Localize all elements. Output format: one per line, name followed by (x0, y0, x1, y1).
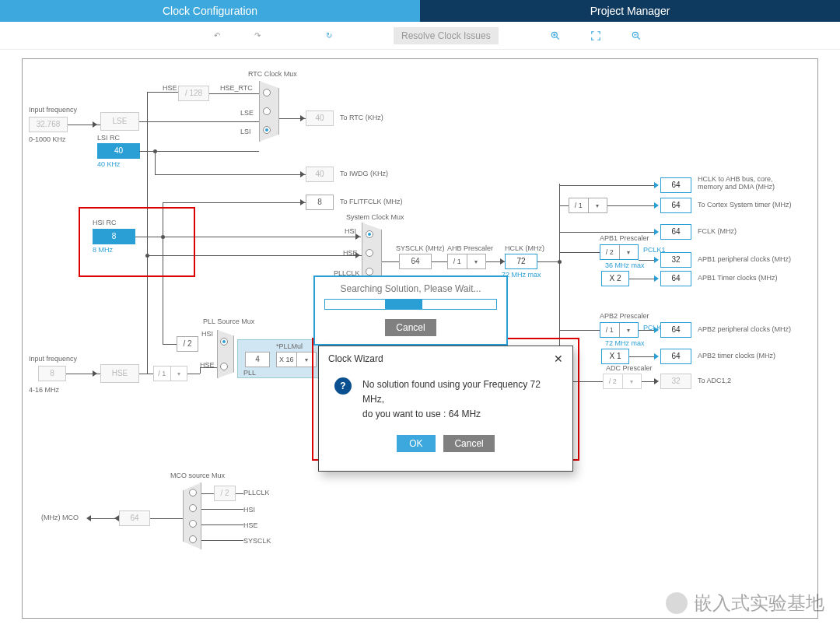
searching-dialog: Searching Solution, Please Wait... Cance… (313, 275, 508, 346)
mco-radio-sysclk[interactable] (189, 535, 197, 543)
rtc-radio-lsi[interactable] (263, 126, 271, 134)
mco-radio-hse[interactable] (189, 520, 197, 528)
mco-sysclk-sig: SYSCLK (243, 537, 271, 545)
svg-line-5 (637, 37, 639, 39)
apb1-prescaler-label: APB1 Prescaler (600, 234, 649, 242)
to-iwdg-label: To IWDG (KHz) (340, 170, 388, 177)
adc-div-select[interactable]: / 2▾ (603, 374, 642, 389)
rtc-radio-lse[interactable] (263, 107, 271, 115)
cortex-div-select[interactable]: / 1▾ (569, 198, 607, 213)
lsi-sig: LSI (240, 128, 251, 135)
wizard-cancel-button[interactable]: Cancel (443, 435, 494, 452)
searching-message: Searching Solution, Please Wait... (315, 283, 506, 294)
chevron-down-icon: ▾ (296, 353, 317, 367)
sys-mux-label: System Clock Mux (346, 213, 404, 221)
apb2-x1-box: X 1 (601, 349, 629, 364)
input-freq-bot-value[interactable]: 8 (38, 366, 66, 381)
redo-icon[interactable]: ↷ (250, 29, 264, 43)
apb1-max: 36 MHz max (605, 261, 645, 269)
hsi-value[interactable]: 8 (93, 229, 135, 244)
toolbar: ↶ ↷ ↻ Resolve Clock Issues (0, 22, 840, 50)
apb2p-out-value: 64 (660, 322, 691, 338)
chevron-down-icon: ▾ (619, 323, 639, 337)
pll-value[interactable]: 4 (245, 352, 270, 367)
sysclk-value[interactable]: 64 (399, 254, 432, 269)
hse-div-select[interactable]: / 1▾ (153, 366, 187, 381)
rtc-radio-hse[interactable] (263, 89, 271, 96)
wizard-ok-button[interactable]: OK (397, 435, 435, 452)
hse-box[interactable]: HSE (100, 364, 139, 383)
chevron-down-icon: ▾ (170, 367, 187, 381)
pll-mul-select[interactable]: X 16▾ (276, 352, 317, 367)
rtc-out-value: 40 (306, 111, 334, 126)
hse-label-top: HSE (163, 84, 177, 92)
ahb-prescaler-label: AHB Prescaler (447, 244, 493, 252)
ahb-div-select[interactable]: / 1▾ (447, 254, 486, 269)
refresh-icon[interactable]: ↻ (322, 29, 336, 43)
sys-radio-hse[interactable] (366, 249, 373, 257)
progress-bar (324, 299, 497, 310)
pll-hsi-sig: HSI (201, 330, 213, 338)
hclk-out-value: 64 (660, 177, 691, 193)
pll-radio-hse[interactable] (220, 363, 228, 370)
adc-out-label: To ADC1,2 (698, 377, 731, 384)
close-icon[interactable]: ✕ (554, 353, 563, 365)
lse-box[interactable]: LSE (100, 112, 139, 131)
hclk-label: HCLK (MHz) (505, 244, 544, 252)
question-icon: ? (334, 377, 352, 395)
hclk-value[interactable]: 72 (505, 254, 537, 269)
pll-src-mux[interactable] (217, 330, 234, 378)
sysclk-label: SYSCLK (MHz) (396, 244, 445, 252)
tab-project-manager[interactable]: Project Manager (420, 0, 840, 22)
adc-prescaler-label: ADC Prescaler (606, 364, 653, 372)
to-flitf-label: To FLITFCLK (MHz) (340, 198, 403, 205)
svg-line-1 (556, 37, 558, 39)
input-freq-bot-range: 4-16 MHz (29, 386, 59, 394)
apb2-div-select[interactable]: / 1▾ (600, 322, 639, 338)
resolve-clock-issues-button[interactable]: Resolve Clock Issues (394, 27, 499, 44)
iwdg-out-value: 40 (306, 167, 334, 182)
cortex-out-value: 64 (660, 198, 691, 213)
mco-mux-label: MCO source Mux (170, 472, 225, 479)
lse-sig: LSE (240, 109, 254, 117)
fclk-out-label: FCLK (MHz) (698, 227, 737, 235)
chevron-down-icon: ▾ (622, 374, 642, 388)
cortex-out-label: To Cortex System timer (MHz) (698, 201, 792, 209)
sys-radio-hsi[interactable] (366, 230, 373, 238)
pll-radio-hsi[interactable] (220, 338, 228, 346)
mco-label: (MHz) MCO (41, 514, 79, 521)
mco-radio-hsi[interactable] (189, 504, 197, 512)
mco-radio-pllclk[interactable] (189, 489, 197, 496)
search-cancel-button[interactable]: Cancel (385, 319, 436, 336)
zoom-in-icon[interactable] (548, 29, 562, 43)
wizard-title: Clock Wizard (328, 353, 383, 364)
clock-diagram[interactable]: Input frequency 32.768 0-1000 KHz LSE LS… (22, 58, 818, 619)
apb1t-out-label: APB1 Timer clocks (MHz) (698, 274, 778, 282)
hsi-rc-label: HSI RC (93, 219, 117, 226)
apb1-div-select[interactable]: / 2▾ (600, 244, 639, 260)
input-freq-value[interactable]: 32.768 (29, 117, 68, 132)
input-freq-bot-label: Input frequency (29, 355, 77, 363)
lsi-value[interactable]: 40 (97, 143, 140, 159)
apb2t-out-label: APB2 timer clocks (MHz) (698, 352, 775, 360)
mco-hsi-sig: HSI (243, 506, 255, 514)
clock-wizard-dialog: Clock Wizard ✕ ? No solution found using… (318, 346, 573, 472)
fclk-out-value: 64 (660, 224, 691, 240)
mco-value: 64 (119, 510, 150, 526)
tab-bar: Clock Configuration Project Manager (0, 0, 840, 22)
sys-radio-pll[interactable] (366, 268, 373, 275)
hse-rtc-label: HSE_RTC (220, 84, 253, 92)
apb1t-out-value: 64 (660, 271, 691, 286)
wizard-message: No solution found using your Frequency 7… (362, 377, 557, 423)
zoom-out-icon[interactable] (629, 29, 643, 43)
div128-box: / 128 (178, 86, 209, 101)
undo-icon[interactable]: ↶ (210, 29, 224, 43)
mco-pllclk-sig: PLLCLK (243, 489, 270, 496)
apb2-prescaler-label: APB2 Prescaler (600, 312, 649, 320)
tab-clock-config[interactable]: Clock Configuration (0, 0, 420, 22)
chevron-down-icon: ▾ (588, 198, 607, 212)
fit-icon[interactable] (589, 29, 603, 43)
apb1p-out-value: 32 (660, 252, 691, 268)
hsi-div2-box: / 2 (177, 336, 198, 352)
pll-label: PLL (243, 369, 256, 377)
